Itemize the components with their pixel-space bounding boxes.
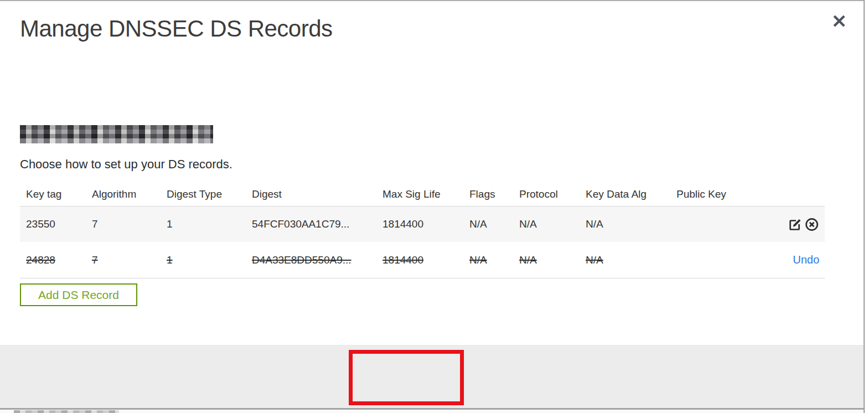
undo-link[interactable]: Undo [793, 254, 819, 266]
manage-dnssec-dialog: Manage DNSSEC DS Records Choose how to s… [0, 0, 868, 413]
column-header-digest: Digest [246, 188, 376, 200]
cell-protocol: N/A [513, 254, 580, 266]
cell-algorithm: 7 [86, 254, 161, 266]
cell-flags: N/A [463, 218, 513, 230]
cell-max-sig-life: 1814400 [376, 218, 463, 230]
cell-max-sig-life: 1814400 [376, 254, 463, 266]
delete-icon [804, 217, 819, 232]
column-header-key-tag: Key tag [20, 188, 86, 200]
column-header-digest-type: Digest Type [161, 188, 246, 200]
cell-key-data-alg: N/A [580, 254, 670, 266]
table-row: 24828 7 1 D4A33E8DD550A9... 1814400 N/A … [20, 242, 825, 278]
redacted-strip [14, 410, 119, 413]
add-ds-record-button[interactable]: Add DS Record [20, 283, 137, 306]
area-below-footer [0, 410, 864, 413]
row-actions [730, 216, 825, 232]
column-header-algorithm: Algorithm [86, 188, 161, 200]
column-header-public-key: Public Key [670, 188, 730, 200]
row-actions: Undo [730, 254, 825, 266]
setup-instructions: Choose how to set up your DS records. [20, 157, 232, 172]
window-right-border [864, 0, 865, 413]
cell-protocol: N/A [513, 218, 580, 230]
cell-flags: N/A [463, 254, 513, 266]
redacted-domain-name [20, 125, 213, 143]
cell-algorithm: 7 [86, 218, 161, 230]
cell-digest-type: 1 [161, 218, 246, 230]
delete-record-button[interactable] [804, 216, 819, 232]
close-button[interactable] [829, 11, 849, 31]
close-icon [829, 11, 849, 31]
cell-digest: D4A33E8DD550A9... [246, 254, 376, 266]
window-top-border [0, 0, 865, 1]
cell-key-tag: 23550 [20, 218, 86, 230]
cell-key-tag: 24828 [20, 254, 86, 266]
cell-digest-type: 1 [161, 254, 246, 266]
table-row: 23550 7 1 54FCF030AA1C79... 1814400 N/A … [20, 206, 825, 242]
cell-digest: 54FCF030AA1C79... [246, 218, 376, 230]
column-header-protocol: Protocol [513, 188, 580, 200]
table-header-row: Key tag Algorithm Digest Type Digest Max… [20, 183, 825, 206]
cell-key-data-alg: N/A [580, 218, 670, 230]
column-header-max-sig-life: Max Sig Life [376, 188, 463, 200]
page-title: Manage DNSSEC DS Records [20, 16, 333, 42]
column-header-flags: Flags [463, 188, 513, 200]
dialog-footer: Save Cancel [0, 345, 864, 410]
column-header-key-data-alg: Key Data Alg [580, 188, 670, 200]
ds-records-table: Key tag Algorithm Digest Type Digest Max… [20, 183, 825, 278]
edit-icon [788, 217, 803, 232]
edit-record-button[interactable] [787, 216, 803, 232]
